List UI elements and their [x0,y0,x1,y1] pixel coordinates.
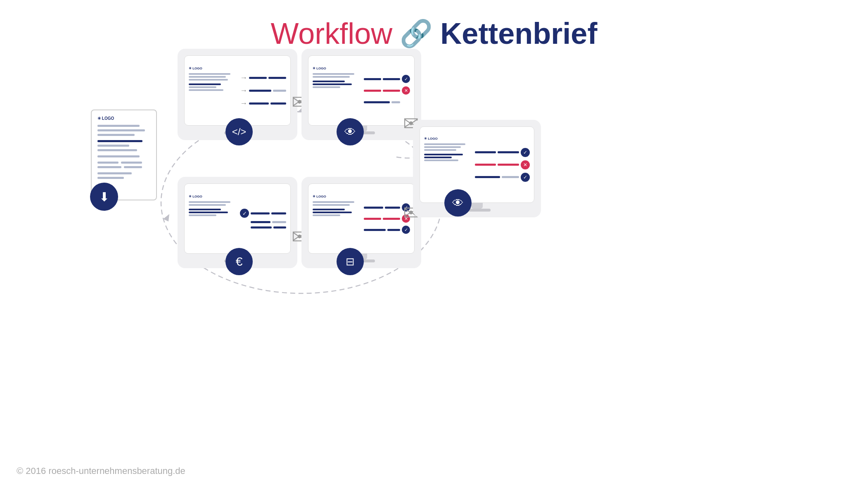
monitor-top-right-screen: ✳ LOGO ✓ ✕ [308,55,415,126]
standalone-doc-header: ✳ LOGO [97,116,150,121]
chain-icon: 🔗 [400,18,433,49]
copyright-text: © 2016 roesch-unternehmensberatung.de [17,466,185,476]
title-workflow: Workflow [271,17,393,50]
monitor-right-side-screen: ✳ LOGO ✓ ✕ ✓ [420,126,534,203]
footer: © 2016 roesch-unternehmensberatung.de [17,466,185,476]
monitor-right-side: ✳ LOGO ✓ ✕ ✓ [413,120,541,217]
title-kettenbrief: Kettenbrief [440,17,597,50]
eye-icon-circle-right[interactable]: 👁 [444,189,472,217]
eye-icon-circle-top[interactable]: 👁 [337,118,364,145]
monitor-top-left-screen: ✳ LOGO → → → [184,55,291,126]
monitor-bottom-left-screen: ✳ LOGO ✓ [184,183,291,254]
code-icon-circle[interactable]: </> [225,118,253,145]
inbox-icon-circle[interactable]: ⊟ [337,248,364,275]
monitor-bottom-right-screen: ✳ LOGO ✓ ✕ ✓ [308,183,415,254]
svg-marker-1 [163,214,169,221]
download-icon-circle[interactable]: ⬇ [90,183,118,211]
euro-icon-circle[interactable]: € [225,248,253,275]
standalone-doc-logo: ✳ LOGO [97,116,114,121]
title-area: Workflow 🔗 Kettenbrief [271,17,598,50]
